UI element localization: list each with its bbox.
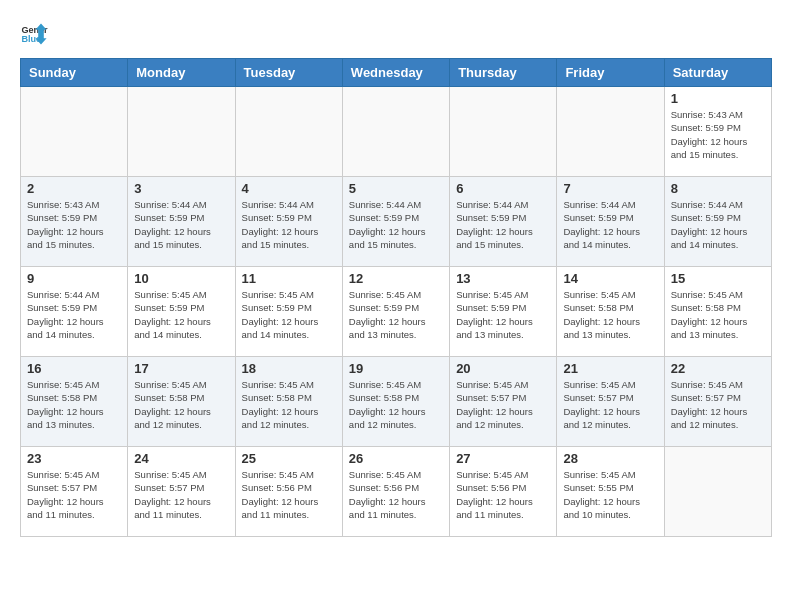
calendar-cell: 10Sunrise: 5:45 AM Sunset: 5:59 PM Dayli… (128, 267, 235, 357)
calendar-cell: 21Sunrise: 5:45 AM Sunset: 5:57 PM Dayli… (557, 357, 664, 447)
day-info: Sunrise: 5:45 AM Sunset: 5:56 PM Dayligh… (349, 468, 443, 521)
calendar-cell: 1Sunrise: 5:43 AM Sunset: 5:59 PM Daylig… (664, 87, 771, 177)
calendar-cell (21, 87, 128, 177)
calendar-cell: 8Sunrise: 5:44 AM Sunset: 5:59 PM Daylig… (664, 177, 771, 267)
day-info: Sunrise: 5:45 AM Sunset: 5:58 PM Dayligh… (242, 378, 336, 431)
calendar-cell: 16Sunrise: 5:45 AM Sunset: 5:58 PM Dayli… (21, 357, 128, 447)
calendar-cell: 2Sunrise: 5:43 AM Sunset: 5:59 PM Daylig… (21, 177, 128, 267)
calendar-cell: 22Sunrise: 5:45 AM Sunset: 5:57 PM Dayli… (664, 357, 771, 447)
weekday-header-monday: Monday (128, 59, 235, 87)
calendar-cell: 11Sunrise: 5:45 AM Sunset: 5:59 PM Dayli… (235, 267, 342, 357)
day-number: 9 (27, 271, 121, 286)
page-header: General Blue (20, 20, 772, 48)
week-row-4: 16Sunrise: 5:45 AM Sunset: 5:58 PM Dayli… (21, 357, 772, 447)
day-info: Sunrise: 5:44 AM Sunset: 5:59 PM Dayligh… (349, 198, 443, 251)
day-info: Sunrise: 5:45 AM Sunset: 5:57 PM Dayligh… (27, 468, 121, 521)
calendar-cell: 24Sunrise: 5:45 AM Sunset: 5:57 PM Dayli… (128, 447, 235, 537)
calendar-cell: 20Sunrise: 5:45 AM Sunset: 5:57 PM Dayli… (450, 357, 557, 447)
day-number: 25 (242, 451, 336, 466)
day-number: 14 (563, 271, 657, 286)
day-number: 10 (134, 271, 228, 286)
day-number: 19 (349, 361, 443, 376)
day-info: Sunrise: 5:45 AM Sunset: 5:58 PM Dayligh… (563, 288, 657, 341)
day-info: Sunrise: 5:45 AM Sunset: 5:58 PM Dayligh… (134, 378, 228, 431)
day-number: 11 (242, 271, 336, 286)
day-info: Sunrise: 5:45 AM Sunset: 5:59 PM Dayligh… (349, 288, 443, 341)
weekday-header-thursday: Thursday (450, 59, 557, 87)
day-number: 13 (456, 271, 550, 286)
day-number: 8 (671, 181, 765, 196)
day-number: 3 (134, 181, 228, 196)
day-info: Sunrise: 5:44 AM Sunset: 5:59 PM Dayligh… (563, 198, 657, 251)
day-info: Sunrise: 5:45 AM Sunset: 5:55 PM Dayligh… (563, 468, 657, 521)
calendar-cell (128, 87, 235, 177)
calendar-cell: 26Sunrise: 5:45 AM Sunset: 5:56 PM Dayli… (342, 447, 449, 537)
calendar-cell: 4Sunrise: 5:44 AM Sunset: 5:59 PM Daylig… (235, 177, 342, 267)
day-number: 12 (349, 271, 443, 286)
weekday-header-sunday: Sunday (21, 59, 128, 87)
day-info: Sunrise: 5:45 AM Sunset: 5:57 PM Dayligh… (134, 468, 228, 521)
calendar-cell: 6Sunrise: 5:44 AM Sunset: 5:59 PM Daylig… (450, 177, 557, 267)
day-number: 17 (134, 361, 228, 376)
logo: General Blue (20, 20, 48, 48)
day-number: 7 (563, 181, 657, 196)
day-number: 21 (563, 361, 657, 376)
day-number: 5 (349, 181, 443, 196)
day-number: 15 (671, 271, 765, 286)
day-number: 22 (671, 361, 765, 376)
week-row-5: 23Sunrise: 5:45 AM Sunset: 5:57 PM Dayli… (21, 447, 772, 537)
day-number: 4 (242, 181, 336, 196)
day-info: Sunrise: 5:45 AM Sunset: 5:57 PM Dayligh… (671, 378, 765, 431)
day-info: Sunrise: 5:45 AM Sunset: 5:59 PM Dayligh… (456, 288, 550, 341)
calendar-cell: 14Sunrise: 5:45 AM Sunset: 5:58 PM Dayli… (557, 267, 664, 357)
day-info: Sunrise: 5:45 AM Sunset: 5:57 PM Dayligh… (456, 378, 550, 431)
day-info: Sunrise: 5:45 AM Sunset: 5:58 PM Dayligh… (27, 378, 121, 431)
day-info: Sunrise: 5:45 AM Sunset: 5:59 PM Dayligh… (242, 288, 336, 341)
day-info: Sunrise: 5:45 AM Sunset: 5:56 PM Dayligh… (242, 468, 336, 521)
week-row-3: 9Sunrise: 5:44 AM Sunset: 5:59 PM Daylig… (21, 267, 772, 357)
calendar-cell: 17Sunrise: 5:45 AM Sunset: 5:58 PM Dayli… (128, 357, 235, 447)
weekday-header-tuesday: Tuesday (235, 59, 342, 87)
calendar-cell: 27Sunrise: 5:45 AM Sunset: 5:56 PM Dayli… (450, 447, 557, 537)
calendar-cell: 12Sunrise: 5:45 AM Sunset: 5:59 PM Dayli… (342, 267, 449, 357)
day-info: Sunrise: 5:44 AM Sunset: 5:59 PM Dayligh… (456, 198, 550, 251)
calendar-cell: 3Sunrise: 5:44 AM Sunset: 5:59 PM Daylig… (128, 177, 235, 267)
day-number: 28 (563, 451, 657, 466)
day-number: 6 (456, 181, 550, 196)
day-number: 23 (27, 451, 121, 466)
day-number: 20 (456, 361, 550, 376)
day-info: Sunrise: 5:45 AM Sunset: 5:56 PM Dayligh… (456, 468, 550, 521)
day-number: 27 (456, 451, 550, 466)
day-info: Sunrise: 5:43 AM Sunset: 5:59 PM Dayligh… (671, 108, 765, 161)
day-number: 26 (349, 451, 443, 466)
calendar-cell: 23Sunrise: 5:45 AM Sunset: 5:57 PM Dayli… (21, 447, 128, 537)
day-info: Sunrise: 5:45 AM Sunset: 5:58 PM Dayligh… (349, 378, 443, 431)
calendar-cell (557, 87, 664, 177)
day-info: Sunrise: 5:45 AM Sunset: 5:58 PM Dayligh… (671, 288, 765, 341)
weekday-header-wednesday: Wednesday (342, 59, 449, 87)
day-number: 16 (27, 361, 121, 376)
calendar-cell: 7Sunrise: 5:44 AM Sunset: 5:59 PM Daylig… (557, 177, 664, 267)
day-info: Sunrise: 5:44 AM Sunset: 5:59 PM Dayligh… (134, 198, 228, 251)
day-info: Sunrise: 5:44 AM Sunset: 5:59 PM Dayligh… (242, 198, 336, 251)
week-row-2: 2Sunrise: 5:43 AM Sunset: 5:59 PM Daylig… (21, 177, 772, 267)
week-row-1: 1Sunrise: 5:43 AM Sunset: 5:59 PM Daylig… (21, 87, 772, 177)
calendar-cell: 28Sunrise: 5:45 AM Sunset: 5:55 PM Dayli… (557, 447, 664, 537)
day-number: 2 (27, 181, 121, 196)
day-info: Sunrise: 5:45 AM Sunset: 5:57 PM Dayligh… (563, 378, 657, 431)
calendar-cell (235, 87, 342, 177)
calendar-cell: 18Sunrise: 5:45 AM Sunset: 5:58 PM Dayli… (235, 357, 342, 447)
day-number: 24 (134, 451, 228, 466)
day-info: Sunrise: 5:45 AM Sunset: 5:59 PM Dayligh… (134, 288, 228, 341)
calendar-table: SundayMondayTuesdayWednesdayThursdayFrid… (20, 58, 772, 537)
calendar-cell (664, 447, 771, 537)
calendar-cell: 13Sunrise: 5:45 AM Sunset: 5:59 PM Dayli… (450, 267, 557, 357)
calendar-cell: 15Sunrise: 5:45 AM Sunset: 5:58 PM Dayli… (664, 267, 771, 357)
day-number: 18 (242, 361, 336, 376)
weekday-header-row: SundayMondayTuesdayWednesdayThursdayFrid… (21, 59, 772, 87)
calendar-cell: 25Sunrise: 5:45 AM Sunset: 5:56 PM Dayli… (235, 447, 342, 537)
day-info: Sunrise: 5:44 AM Sunset: 5:59 PM Dayligh… (27, 288, 121, 341)
weekday-header-friday: Friday (557, 59, 664, 87)
weekday-header-saturday: Saturday (664, 59, 771, 87)
calendar-cell: 5Sunrise: 5:44 AM Sunset: 5:59 PM Daylig… (342, 177, 449, 267)
